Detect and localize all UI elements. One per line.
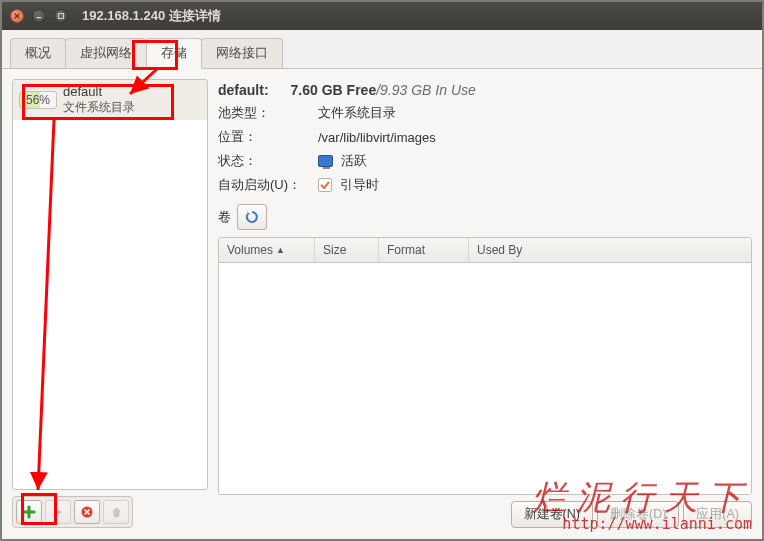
trash-icon [110, 506, 123, 519]
value-pool-type: 文件系统目录 [318, 104, 396, 122]
play-icon [52, 506, 64, 518]
window-maximize-button[interactable] [54, 9, 68, 23]
stop-pool-button[interactable] [74, 500, 100, 524]
add-pool-button[interactable] [16, 500, 42, 524]
sort-asc-icon: ▲ [276, 245, 285, 255]
new-volume-button[interactable]: 新建卷(N) [511, 501, 593, 528]
value-state: 活跃 [318, 152, 367, 170]
window-close-button[interactable] [10, 9, 24, 23]
tab-bar: 概况 虚拟网络 存储 网络接口 [2, 30, 762, 69]
tab-network-interfaces[interactable]: 网络接口 [201, 38, 283, 68]
column-volumes[interactable]: Volumes ▲ [219, 238, 315, 262]
delete-volume-button[interactable]: 删除卷(D) [597, 501, 679, 528]
value-autostart: 引导时 [340, 177, 379, 192]
storage-sidebar: 56% default 文件系统目录 [12, 79, 208, 528]
refresh-volumes-button[interactable] [237, 204, 267, 230]
volumes-body [219, 263, 751, 494]
volumes-table[interactable]: Volumes ▲ Size Format Used By [218, 237, 752, 495]
column-used-by[interactable]: Used By [469, 238, 751, 262]
pool-type: 文件系统目录 [63, 99, 135, 116]
tab-storage[interactable]: 存储 [146, 38, 202, 69]
column-format[interactable]: Format [379, 238, 469, 262]
pool-toolbar [12, 496, 133, 528]
window-title: 192.168.1.240 连接详情 [82, 7, 221, 25]
detail-pool-name: default: [218, 82, 269, 98]
pool-details: default: 7.60 GB Free / 9.93 GB In Use 池… [218, 79, 752, 528]
column-size[interactable]: Size [315, 238, 379, 262]
pool-name: default [63, 84, 135, 99]
pool-item-default[interactable]: 56% default 文件系统目录 [13, 80, 207, 120]
delete-pool-button[interactable] [103, 500, 129, 524]
detail-used: 9.93 GB In Use [380, 82, 476, 98]
storage-pool-list[interactable]: 56% default 文件系统目录 [12, 79, 208, 490]
stop-icon [80, 505, 94, 519]
label-autostart: 自动启动(U)： [218, 176, 318, 194]
tab-overview[interactable]: 概况 [10, 38, 66, 68]
value-location: /var/lib/libvirt/images [318, 130, 436, 145]
titlebar: 192.168.1.240 连接详情 [2, 2, 762, 30]
autostart-checkbox[interactable] [318, 178, 332, 192]
plus-icon [22, 505, 36, 519]
window-minimize-button[interactable] [32, 9, 46, 23]
pool-usage-badge: 56% [19, 91, 57, 109]
refresh-icon [244, 209, 260, 225]
label-volumes: 卷 [218, 208, 231, 226]
check-icon [319, 179, 331, 191]
apply-button[interactable]: 应用(A) [683, 501, 752, 528]
start-pool-button[interactable] [45, 500, 71, 524]
label-location: 位置： [218, 128, 318, 146]
tab-virtual-networks[interactable]: 虚拟网络 [65, 38, 147, 68]
svg-rect-0 [59, 14, 64, 19]
label-pool-type: 池类型： [218, 104, 318, 122]
label-state: 状态： [218, 152, 318, 170]
monitor-icon [318, 155, 333, 167]
detail-free: 7.60 GB Free [291, 82, 377, 98]
